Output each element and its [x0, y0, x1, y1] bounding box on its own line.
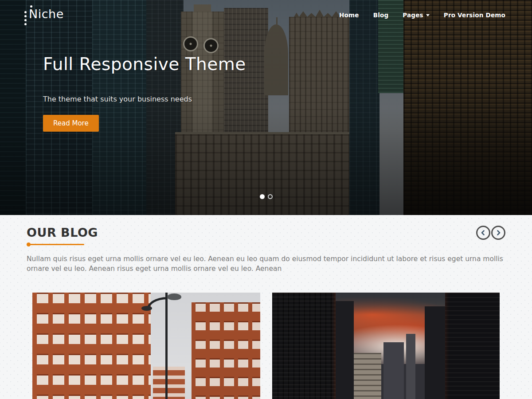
blog-section-header: OUR BLOG: [27, 225, 505, 245]
main-nav: Home Blog Pages Pro Version Demo: [339, 12, 505, 19]
chevron-right-icon: [495, 230, 501, 236]
logo-dots-icon: [24, 11, 27, 25]
chevron-down-icon: [426, 14, 430, 16]
hero-slider: Niche Home Blog Pages Pro Version Demo F…: [0, 0, 532, 215]
blog-carousel-nav: [476, 226, 505, 240]
blog-next-button[interactable]: [491, 226, 505, 240]
blog-post-card-1[interactable]: [32, 293, 260, 399]
blog-post-card-2[interactable]: [272, 293, 500, 399]
blog-section-title: OUR BLOG: [27, 226, 98, 239]
hero-title: Full Responsive Theme: [43, 54, 246, 74]
hero-content: Full Responsive Theme The theme that sui…: [43, 54, 246, 132]
logo-text: Niche: [29, 6, 64, 22]
nav-item-blog[interactable]: Blog: [373, 12, 389, 19]
read-more-button[interactable]: Read More: [43, 115, 99, 132]
slider-pagination: [0, 194, 532, 199]
nav-item-pages[interactable]: Pages: [403, 12, 430, 19]
hero-subtitle: The theme that suits your business needs: [43, 95, 246, 103]
blog-posts-row: [32, 293, 500, 399]
site-logo[interactable]: Niche: [24, 6, 64, 25]
heading-underline: [27, 244, 84, 245]
blog-intro-text: Nullam quis risus eget urna mollis ornar…: [27, 254, 505, 274]
chevron-left-icon: [480, 230, 486, 236]
blog-post-image-brick-buildings[interactable]: [32, 293, 260, 399]
blog-prev-button[interactable]: [476, 226, 490, 240]
nav-item-pro-version-demo[interactable]: Pro Version Demo: [444, 12, 505, 19]
slide-dot-2[interactable]: [268, 194, 273, 199]
nav-item-home[interactable]: Home: [339, 12, 359, 19]
slide-dot-1[interactable]: [260, 194, 265, 199]
blog-post-image-sunset-city[interactable]: [272, 293, 500, 399]
blog-section: OUR BLOG Nullam quis risus eget urna mol…: [0, 215, 532, 399]
site-header: Niche Home Blog Pages Pro Version Demo: [0, 0, 532, 25]
